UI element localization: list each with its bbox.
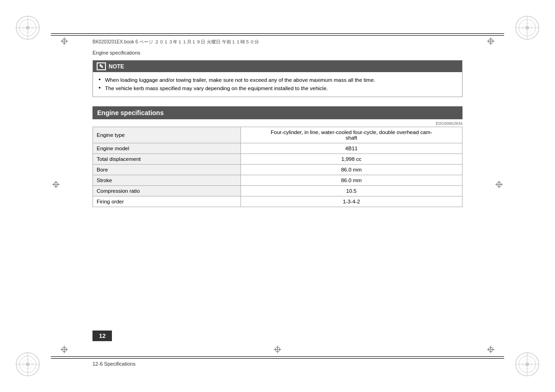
cross-mark-br-inner bbox=[487, 345, 495, 355]
spec-value-compression-ratio: 10.5 bbox=[240, 185, 462, 196]
table-row: Firing order 1-3-4-2 bbox=[93, 196, 462, 207]
spec-label-stroke: Stroke bbox=[93, 175, 241, 185]
section-label: Engine specifications bbox=[92, 50, 462, 55]
spec-value-engine-model: 4B11 bbox=[240, 143, 462, 153]
note-icon: ✎ bbox=[97, 62, 106, 70]
spec-label-engine-type: Engine type bbox=[93, 127, 241, 143]
footer-text: 12-6 Specifications bbox=[92, 361, 136, 367]
spec-label-engine-model: Engine model bbox=[93, 143, 241, 153]
bottom-border-line1 bbox=[51, 358, 504, 359]
note-content: When loading luggage and/or towing trail… bbox=[93, 72, 462, 97]
top-border-line2 bbox=[51, 35, 504, 36]
corner-decoration-tr bbox=[513, 14, 541, 42]
main-content: Engine specifications ✎ NOTE When loadin… bbox=[92, 50, 462, 207]
spec-label-firing-order: Firing order bbox=[93, 196, 241, 207]
footer-area: 12-6 Specifications bbox=[92, 361, 462, 367]
spec-label-compression-ratio: Compression ratio bbox=[93, 185, 241, 196]
table-row: Compression ratio 10.5 bbox=[93, 185, 462, 196]
cross-mark-ml bbox=[52, 180, 60, 190]
spec-value-stroke: 86.0 mm bbox=[240, 175, 462, 185]
page-number-box: 12 bbox=[92, 331, 112, 341]
table-row: Total displacement 1,998 cc bbox=[93, 153, 462, 164]
table-row: Engine type Four-cylinder, in line, wate… bbox=[93, 127, 462, 143]
corner-decoration-bl bbox=[14, 350, 42, 378]
table-row: Stroke 86.0 mm bbox=[93, 175, 462, 185]
engine-specs-title: Engine specifications bbox=[92, 106, 462, 119]
specs-table: Engine type Four-cylinder, in line, wate… bbox=[92, 127, 462, 207]
spec-label-bore: Bore bbox=[93, 164, 241, 175]
spec-value-firing-order: 1-3-4-2 bbox=[240, 196, 462, 207]
corner-decoration-tl bbox=[14, 14, 42, 42]
header-file-info: BK0203201EX.book 6 ページ ２０１３年１１月１９日 火曜日 午… bbox=[92, 39, 259, 45]
spec-value-engine-type: Four-cylinder, in line, water-cooled fou… bbox=[240, 127, 462, 143]
ref-number: E0I10060J934 bbox=[92, 121, 462, 126]
table-row: Engine model 4B11 bbox=[93, 143, 462, 153]
spec-label-total-displacement: Total displacement bbox=[93, 153, 241, 164]
cross-mark-tr-inner bbox=[487, 37, 495, 47]
note-item-2: The vehicle kerb mass specified may vary… bbox=[99, 84, 456, 92]
note-box: ✎ NOTE When loading luggage and/or towin… bbox=[92, 60, 462, 97]
note-title: NOTE bbox=[109, 63, 124, 70]
note-item-1: When loading luggage and/or towing trail… bbox=[99, 76, 456, 84]
corner-decoration-br bbox=[513, 350, 541, 378]
table-row: Bore 86.0 mm bbox=[93, 164, 462, 175]
cross-mark-bm bbox=[273, 345, 282, 355]
cross-mark-mr bbox=[495, 180, 503, 190]
spec-value-total-displacement: 1,998 cc bbox=[240, 153, 462, 164]
spec-value-bore: 86.0 mm bbox=[240, 164, 462, 175]
bottom-border-line2 bbox=[51, 356, 504, 357]
cross-mark-bl-inner bbox=[60, 345, 68, 355]
top-border-line1 bbox=[51, 33, 504, 34]
note-header: ✎ NOTE bbox=[93, 61, 462, 72]
cross-mark-tl-inner bbox=[60, 37, 68, 47]
